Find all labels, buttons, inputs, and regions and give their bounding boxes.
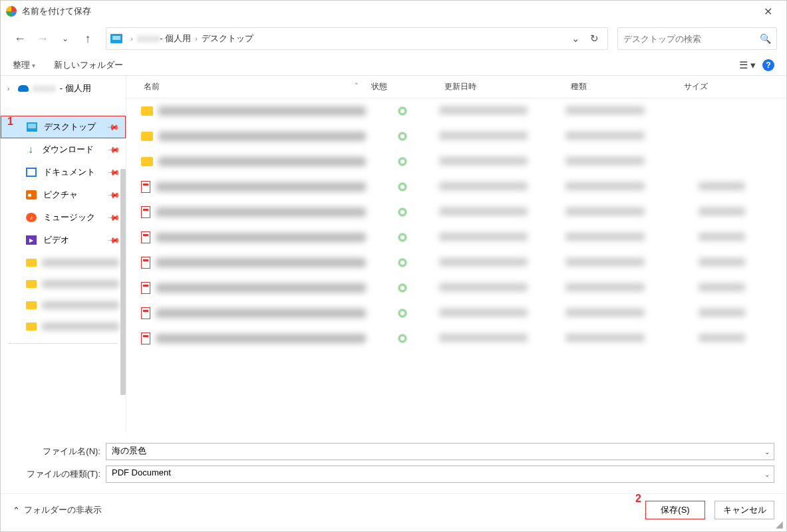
document-icon [26, 168, 37, 177]
sidebar-scrollbar[interactable] [120, 169, 126, 395]
download-icon: ↓ [26, 145, 35, 154]
file-row[interactable] [126, 149, 786, 174]
sidebar-item-downloads[interactable]: ↓ ダウンロード 📌 [1, 138, 126, 161]
navigation-pane: › XXXX - 個人用 1 デスクトップ 📌 ↓ ダウンロード 📌 [1, 76, 126, 432]
sidebar-item-redacted[interactable] [26, 295, 119, 315]
pin-icon: 📌 [107, 233, 121, 247]
address-dropdown[interactable]: ⌄ [566, 29, 585, 48]
onedrive-label: - 個人用 [60, 82, 91, 94]
filetype-value: PDF Document [112, 467, 171, 477]
sidebar-item-desktop[interactable]: デスクトップ 📌 [1, 116, 126, 138]
pin-icon: 📌 [106, 120, 120, 134]
file-icon [141, 257, 150, 269]
file-list: 名前⌃ 状態 更新日時 種類 サイズ [126, 76, 786, 432]
file-icon [141, 307, 150, 319]
sort-indicator-icon: ⌃ [354, 82, 359, 88]
search-box[interactable]: 🔍 [617, 27, 777, 50]
column-date[interactable]: 更新日時 [439, 80, 565, 94]
file-row[interactable] [126, 326, 786, 351]
file-icon [141, 332, 150, 344]
sidebar-item-label: ピクチャ [43, 189, 78, 201]
music-icon [26, 213, 37, 222]
column-type[interactable]: 種類 [565, 80, 679, 94]
search-input[interactable] [623, 34, 760, 44]
video-icon [26, 235, 37, 245]
sidebar-item-label: ビデオ [43, 234, 69, 246]
file-row[interactable] [126, 124, 786, 149]
filename-input[interactable]: 海の景色 ⌄ [106, 443, 774, 460]
forward-button[interactable]: → [33, 29, 53, 49]
filename-value: 海の景色 [112, 446, 146, 456]
folder-icon [141, 157, 153, 166]
sidebar-item-videos[interactable]: ビデオ 📌 [1, 229, 126, 251]
sidebar-item-pictures[interactable]: ピクチャ 📌 [1, 184, 126, 206]
up-button[interactable]: ↑ [78, 29, 98, 49]
breadcrumb-separator: › [195, 35, 198, 43]
file-row[interactable] [126, 98, 786, 124]
breadcrumb-user[interactable]: XXXX [137, 34, 160, 44]
chevron-up-icon: ⌃ [13, 505, 20, 515]
search-icon[interactable]: 🔍 [760, 33, 771, 44]
address-bar[interactable]: › XXXX - 個人用 › デスクトップ ⌄ ↻ [106, 27, 608, 50]
file-row[interactable] [126, 275, 786, 301]
column-headers: 名前⌃ 状態 更新日時 種類 サイズ [126, 76, 786, 98]
sidebar-item-redacted[interactable] [26, 253, 119, 273]
chevron-down-icon[interactable]: ⌄ [764, 448, 770, 456]
column-size[interactable]: サイズ [679, 80, 745, 94]
recent-dropdown[interactable]: ⌄ [55, 29, 75, 49]
chevron-down-icon[interactable]: ⌄ [764, 471, 770, 478]
sidebar-item-documents[interactable]: ドキュメント 📌 [1, 161, 126, 184]
cancel-button[interactable]: キャンセル [714, 501, 774, 519]
resize-grip[interactable]: ◢ [776, 521, 785, 530]
annotation-2: 2 [635, 493, 641, 505]
onedrive-icon [18, 85, 29, 92]
picture-icon [26, 190, 37, 200]
file-icon [141, 282, 150, 294]
sidebar-item-label: ミュージック [43, 211, 95, 223]
hide-folders-toggle[interactable]: ⌃ フォルダーの非表示 [13, 504, 102, 516]
chevron-right-icon: › [7, 85, 14, 92]
window-title: 名前を付けて保存 [22, 5, 754, 17]
sidebar-item-redacted[interactable] [26, 317, 119, 336]
folder-icon [141, 132, 153, 141]
file-row[interactable] [126, 225, 786, 250]
onedrive-node[interactable]: › XXXX - 個人用 [1, 80, 126, 97]
new-folder-button[interactable]: 新しいフォルダー [54, 59, 123, 71]
desktop-icon [27, 122, 37, 132]
filetype-label: ファイルの種類(T): [13, 468, 106, 480]
pin-icon: 📌 [107, 166, 121, 180]
file-icon [141, 231, 150, 243]
column-name[interactable]: 名前⌃ [126, 80, 366, 94]
breadcrumb-desktop[interactable]: デスクトップ [202, 33, 253, 45]
folder-icon [141, 106, 153, 116]
filetype-select[interactable]: PDF Document ⌄ [106, 466, 774, 483]
sidebar-separator [9, 343, 118, 344]
title-bar: 名前を付けて保存 ✕ [1, 1, 786, 22]
back-button[interactable]: ← [10, 29, 30, 49]
pin-icon: 📌 [107, 143, 121, 157]
location-icon [110, 34, 122, 43]
view-options-button[interactable]: ☰ ▾ [739, 59, 756, 71]
file-icon [141, 181, 150, 193]
filename-label: ファイル名(N): [13, 446, 106, 458]
close-button[interactable]: ✕ [754, 2, 781, 21]
pin-icon: 📌 [107, 188, 121, 202]
app-icon [6, 6, 17, 17]
file-row[interactable] [126, 200, 786, 225]
column-state[interactable]: 状態 [366, 80, 439, 94]
sidebar-item-music[interactable]: ミュージック 📌 [1, 206, 126, 229]
breadcrumb-separator: › [130, 35, 133, 43]
file-row[interactable] [126, 250, 786, 275]
help-button[interactable]: ? [762, 59, 774, 71]
hide-folders-label: フォルダーの非表示 [24, 504, 102, 516]
file-row[interactable] [126, 174, 786, 200]
refresh-button[interactable]: ↻ [585, 29, 603, 48]
file-icon [141, 206, 150, 218]
file-row[interactable] [126, 301, 786, 326]
sidebar-item-label: ダウンロード [42, 144, 94, 156]
organize-menu[interactable]: 整理 [13, 59, 35, 71]
breadcrumb-personal[interactable]: - 個人用 [160, 33, 191, 45]
sidebar-item-redacted[interactable] [26, 274, 119, 294]
save-button[interactable]: 保存(S) [645, 501, 705, 519]
sidebar-item-label: デスクトップ [44, 121, 96, 133]
